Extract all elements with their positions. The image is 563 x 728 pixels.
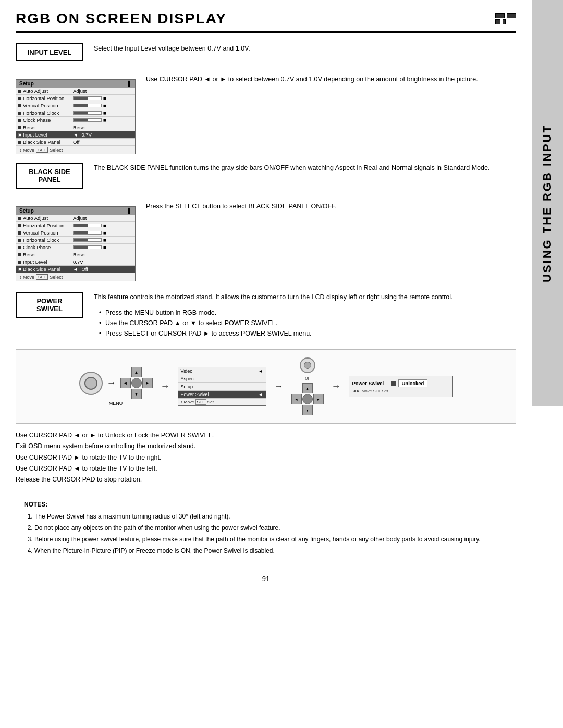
osd-menu-black-side: Setup ▌ Auto Adjust Adjust Horizontal Po… — [16, 206, 136, 281]
page-wrapper: USING THE RGB INPUT RGB ON SCREEN DISPLA… — [0, 0, 563, 728]
remote-outer-circle — [79, 372, 103, 395]
osd-row-rst: Reset Reset — [16, 251, 135, 258]
arrow-icon-4: → — [332, 381, 341, 392]
osd-row-il: Input Level 0.7V — [16, 258, 135, 266]
value-bar — [73, 238, 102, 242]
bullet-3: Press SELECT or CURSOR PAD ► to access P… — [99, 328, 516, 339]
osd-indicator — [18, 246, 21, 249]
osd-indicator — [18, 112, 21, 115]
osd-indicator — [18, 239, 21, 242]
black-side-label: BLACK SIDE PANEL — [16, 163, 83, 189]
power-swivel-bullets: Press the MENU button in RGB mode. Use t… — [99, 307, 516, 339]
osd-indicator — [18, 268, 21, 271]
remote-small — [300, 357, 315, 373]
cursor-left-2: ◄ — [291, 394, 302, 404]
osd-row-hc: Horizontal Clock ■ — [16, 237, 135, 244]
osd-indicator — [18, 261, 21, 264]
bullet-2: Use the CURSOR PAD ▲ or ▼ to select POWE… — [99, 318, 516, 328]
or-text: or — [305, 375, 310, 381]
power-swivel-desc: This feature controls the motorized stan… — [94, 292, 516, 344]
arrow-icon-3: → — [274, 381, 284, 392]
diagram-step-4: Power Swivel Unlocked ◄► Move SEL Set — [349, 376, 453, 397]
osd-menu-title-bsp: Setup ▌ — [16, 207, 135, 215]
note-item-3: Before using the power swivel feature, p… — [34, 535, 508, 544]
osd-footer: ↕ Move SEL Select — [16, 146, 135, 154]
osd-row-bsp-highlighted: Black Side Panel ◄Off — [16, 266, 135, 273]
value-bar — [73, 231, 102, 235]
cursor-up: ▲ — [131, 367, 142, 377]
osd-indicator — [18, 224, 21, 227]
osd-row-auto-adjust: Auto Adjust Adjust — [16, 88, 135, 95]
sidebar-vertical-text: USING THE RGB INPUT — [532, 0, 563, 406]
osd-mini-row-setup: Setup — [178, 383, 266, 391]
osd-row-black-side: Black Side Panel Off — [16, 139, 135, 146]
ps-footer: ◄► Move SEL Set — [352, 389, 449, 393]
note-item-1: The Power Swivel has a maximum turning r… — [34, 512, 508, 521]
page-header: RGB ON SCREEN DISPLAY — [16, 0, 516, 33]
page-title: RGB ON SCREEN DISPLAY — [16, 10, 227, 27]
osd-indicator — [18, 217, 21, 220]
page-number: 91 — [16, 575, 516, 583]
input-level-osd: Setup ▌ Auto Adjust Adjust Horizontal Po… — [16, 74, 136, 154]
black-side-panel-section: BLACK SIDE PANEL The BLACK SIDE PANEL fu… — [16, 163, 516, 189]
osd-row-hp: Horizontal Position ■ — [16, 222, 135, 229]
input-level-content: Select the Input Level voltage between 0… — [94, 43, 516, 54]
header-icon-rect3 — [495, 19, 500, 24]
value-bar — [73, 96, 102, 100]
note-item-4: When the Picture-in-Picture (PIP) or Fre… — [34, 546, 508, 556]
osd-mini-menu: Video ◄ Aspect Setup Power Swivel ◄ ↕ Mo… — [178, 367, 266, 406]
value-bar — [73, 104, 102, 107]
osd-row-clock-phase: Clock Phase ■ — [16, 117, 135, 124]
osd-row-vp: Vertical Position ■ — [16, 229, 135, 237]
osd-row-h-pos: Horizontal Position ■ — [16, 95, 135, 102]
osd-row-h-clock: Horizontal Clock ■ — [16, 109, 135, 117]
cursor-down-2: ▼ — [302, 405, 313, 415]
header-icon-rect1 — [495, 13, 505, 18]
input-level-section: INPUT LEVEL Select the Input Level volta… — [16, 43, 516, 61]
osd-indicator — [18, 133, 21, 137]
osd-row-reset: Reset Reset — [16, 124, 135, 131]
power-swivel-top: POWER SWIVEL This feature controls the m… — [16, 292, 516, 344]
remote-btn-sm — [304, 362, 311, 369]
cursor-center-2 — [302, 394, 313, 404]
cursor-left: ◄ — [120, 378, 131, 388]
osd-indicator — [18, 253, 21, 256]
notes-title: NOTES: — [24, 501, 47, 508]
osd-footer-bsp: ↕ Move SEL Select — [16, 273, 135, 281]
power-swivel-wrapper: POWER SWIVEL This feature controls the m… — [16, 292, 516, 485]
diagram-step-1: → ▲ ◄ ► ▼ — [79, 367, 153, 406]
osd-indicator — [18, 97, 21, 100]
power-swivel-result-box: Power Swivel Unlocked ◄► Move SEL Set — [349, 376, 453, 397]
osd-mini-row-aspect: Aspect — [178, 375, 266, 383]
power-swivel-label: POWER SWIVEL — [16, 292, 83, 318]
osd-row-input-level: Input Level ◄0.7V — [16, 131, 135, 139]
header-icon-rect4 — [503, 19, 506, 24]
black-side-osd: Setup ▌ Auto Adjust Adjust Horizontal Po… — [16, 201, 136, 281]
ps-indicator — [391, 381, 396, 386]
osd-mini-row-video: Video ◄ — [178, 367, 266, 375]
input-level-label: INPUT LEVEL — [16, 43, 83, 61]
header-icon — [495, 13, 516, 24]
bullet-1: Press the MENU button in RGB mode. — [99, 307, 516, 318]
main-content: RGB ON SCREEN DISPLAY INPUT LEVEL Select… — [0, 0, 532, 598]
cursor-down: ▼ — [131, 389, 142, 399]
black-side-right-col: Press the SELECT button to select BLACK … — [146, 201, 516, 281]
osd-mini-footer: ↕ Move SEL Set — [178, 399, 266, 405]
remote-inner-button — [84, 377, 97, 390]
black-side-content: The BLACK SIDE PANEL function turns the … — [94, 163, 516, 173]
cursor-pad-2: ▲ ◄ ► ▼ — [291, 383, 324, 415]
diagram-step-3: or ▲ ◄ ► ▼ — [291, 357, 324, 415]
black-side-detail: Setup ▌ Auto Adjust Adjust Horizontal Po… — [16, 201, 516, 281]
power-swivel-diagram: → ▲ ◄ ► ▼ — [16, 349, 516, 424]
cursor-pad-1: ▲ ◄ ► ▼ — [120, 367, 153, 399]
cursor-center — [131, 378, 142, 388]
osd-row-cp: Clock Phase ■ — [16, 244, 135, 251]
input-level-detail: Setup ▌ Auto Adjust Adjust Horizontal Po… — [16, 74, 516, 154]
osd-indicator — [18, 90, 21, 93]
value-bar — [73, 224, 102, 227]
osd-indicator — [18, 126, 21, 129]
value-bar — [73, 111, 102, 115]
osd-menu-title: Setup ▌ — [16, 80, 135, 88]
cursor-up-2: ▲ — [302, 383, 313, 393]
diagram-step-2: Video ◄ Aspect Setup Power Swivel ◄ ↕ Mo… — [178, 367, 266, 406]
